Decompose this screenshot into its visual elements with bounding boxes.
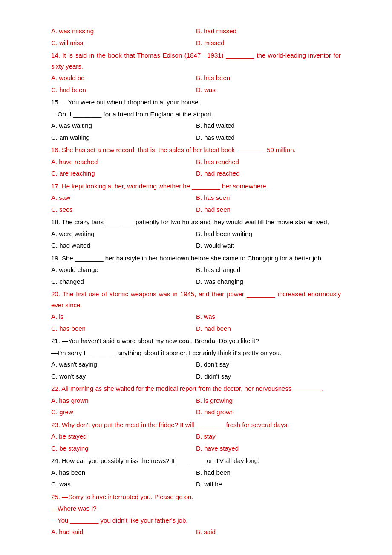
q17-option-a: A. saw bbox=[51, 192, 196, 203]
q14-option-c: C. had been bbox=[51, 84, 196, 95]
q20-block: 20. The first use of atomic weapons was … bbox=[51, 289, 341, 334]
q14-option-a: A. would be bbox=[51, 72, 196, 84]
q17-option-b: B. has seen bbox=[196, 192, 341, 203]
q24-block: 24. How can you possibly miss the news? … bbox=[51, 455, 341, 490]
q23-option-d: D. have stayed bbox=[196, 443, 341, 454]
q24-option-b: B. had been bbox=[196, 467, 341, 478]
q16-option-d: D. had reached bbox=[196, 168, 341, 179]
q15-option-a: A. was waiting bbox=[51, 120, 196, 131]
q21-option-c: C. won't say bbox=[51, 371, 196, 382]
q24-option-c: C. was bbox=[51, 479, 196, 490]
q22-block: 22. All morning as she waited for the me… bbox=[51, 383, 341, 418]
q14-text: 14. It is said in the book that Thomas E… bbox=[51, 50, 341, 72]
q25-option-b: B. said bbox=[196, 526, 341, 538]
q18-text: 18. The crazy fans ________ patiently fo… bbox=[51, 217, 341, 228]
q25-text2: —Where was I? bbox=[51, 503, 341, 514]
q16-block: 16. She has set a new record, that is, t… bbox=[51, 145, 341, 179]
q20-option-a: A. is bbox=[51, 311, 196, 322]
q22-text: 22. All morning as she waited for the me… bbox=[51, 383, 341, 394]
q14-option-b: B. has been bbox=[196, 72, 341, 84]
q24-option-d: D. will be bbox=[196, 479, 341, 490]
q22-option-b: B. is growing bbox=[196, 395, 341, 406]
q18-option-a: A. were waiting bbox=[51, 228, 196, 240]
q22-option-a: A. has grown bbox=[51, 395, 196, 406]
q21-text1: 21. —You haven't said a word about my ne… bbox=[51, 335, 341, 347]
q17-text: 17. He kept looking at her, wondering wh… bbox=[51, 181, 341, 192]
q20-option-d: D. had been bbox=[196, 323, 341, 334]
q19-option-b: B. has changed bbox=[196, 264, 341, 275]
q23-block: 23. Why don't you put the meat in the fr… bbox=[51, 419, 341, 454]
q23-text: 23. Why don't you put the meat in the fr… bbox=[51, 419, 341, 431]
q15-option-d: D. has waited bbox=[196, 132, 341, 143]
q15-option-c: C. am waiting bbox=[51, 132, 196, 143]
q23-option-c: C. be staying bbox=[51, 443, 196, 454]
q25-option-a: A. had said bbox=[51, 526, 196, 538]
option-b13: B. had missed bbox=[196, 26, 341, 37]
q14-block: 14. It is said in the book that Thomas E… bbox=[51, 50, 341, 95]
q22-option-c: C. grew bbox=[51, 407, 196, 418]
q25-text3: —You ________ you didn't like your fathe… bbox=[51, 515, 341, 526]
q20-option-c: C. has been bbox=[51, 323, 196, 334]
q19-option-d: D. was changing bbox=[196, 276, 341, 287]
q21-block: 21. —You haven't said a word about my ne… bbox=[51, 335, 341, 382]
q19-option-a: A. would change bbox=[51, 264, 196, 275]
q13-options: A. was missing B. had missed C. will mis… bbox=[51, 26, 341, 48]
q21-option-a: A. wasn't saying bbox=[51, 359, 196, 370]
q16-option-a: A. have reached bbox=[51, 156, 196, 168]
q18-option-b: B. had been waiting bbox=[196, 228, 341, 240]
q24-option-a: A. has been bbox=[51, 467, 196, 478]
q21-option-d: D. didn't say bbox=[196, 371, 341, 382]
q23-option-b: B. stay bbox=[196, 431, 341, 442]
exam-content: A. was missing B. had missed C. will mis… bbox=[51, 26, 341, 538]
q19-text: 19. She ________ her hairstyle in her ho… bbox=[51, 253, 341, 264]
q24-text: 24. How can you possibly miss the news? … bbox=[51, 455, 341, 466]
option-c13: C. will miss bbox=[51, 38, 196, 49]
q17-option-d: D. had seen bbox=[196, 204, 341, 215]
q20-option-b: B. was bbox=[196, 311, 341, 322]
q21-text2: —I'm sorry I ________ anything about it … bbox=[51, 347, 341, 358]
q25-block: 25. —Sorry to have interrupted you. Plea… bbox=[51, 491, 341, 538]
q18-option-c: C. had waited bbox=[51, 240, 196, 251]
q14-option-d: D. was bbox=[196, 84, 341, 95]
q22-option-d: D. had grown bbox=[196, 407, 341, 418]
option-d13: D. missed bbox=[196, 38, 341, 49]
q15-text2: —Oh, I ________ for a friend from Englan… bbox=[51, 109, 341, 120]
q23-option-a: A. be stayed bbox=[51, 431, 196, 442]
q17-option-c: C. sees bbox=[51, 204, 196, 215]
q16-option-b: B. has reached bbox=[196, 156, 341, 168]
q15-text1: 15. —You were out when I dropped in at y… bbox=[51, 97, 341, 108]
q15-block: 15. —You were out when I dropped in at y… bbox=[51, 97, 341, 143]
q17-block: 17. He kept looking at her, wondering wh… bbox=[51, 181, 341, 215]
q21-option-b: B. don't say bbox=[196, 359, 341, 370]
q19-option-c: C. changed bbox=[51, 276, 196, 287]
q18-option-d: D. would wait bbox=[196, 240, 341, 251]
q16-option-c: C. are reaching bbox=[51, 168, 196, 179]
q15-option-b: B. had waited bbox=[196, 120, 341, 131]
q19-block: 19. She ________ her hairstyle in her ho… bbox=[51, 253, 341, 287]
q18-block: 18. The crazy fans ________ patiently fo… bbox=[51, 217, 341, 251]
q16-text: 16. She has set a new record, that is, t… bbox=[51, 145, 341, 156]
option-a13: A. was missing bbox=[51, 26, 196, 37]
q20-text: 20. The first use of atomic weapons was … bbox=[51, 289, 341, 310]
q25-text1: 25. —Sorry to have interrupted you. Plea… bbox=[51, 491, 341, 503]
